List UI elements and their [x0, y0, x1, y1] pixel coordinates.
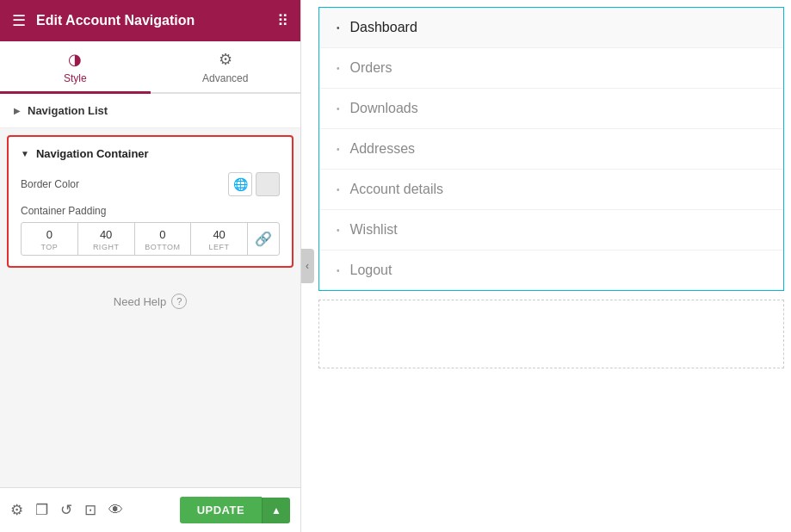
nav-item-orders[interactable]: • Orders [319, 48, 783, 89]
nav-bullet-account-details: • [337, 185, 340, 195]
padding-top-label: TOP [40, 243, 58, 251]
border-color-label: Border Color [21, 178, 79, 190]
padding-top-group: 0 TOP [22, 223, 78, 255]
nav-bullet-downloads: • [337, 104, 340, 114]
nav-item-logout[interactable]: • Logout [319, 251, 783, 290]
padding-label: Container Padding [21, 205, 280, 217]
panel-header: ☰ Edit Account Navigation ⠿ [0, 0, 300, 41]
link-icon[interactable]: 🔗 [248, 231, 279, 247]
tabs-container: ◑ Style ⚙ Advanced [0, 41, 300, 94]
padding-section: Container Padding 0 TOP 40 RIGHT 0 BOTTO… [9, 201, 292, 256]
grid-icon[interactable]: ⠿ [277, 11, 288, 30]
padding-top-input[interactable]: 0 [22, 226, 77, 243]
border-color-row: Border Color 🌐 [9, 167, 292, 201]
hamburger-icon[interactable]: ☰ [12, 11, 26, 30]
color-controls: 🌐 [228, 172, 280, 196]
nav-label-dashboard: Dashboard [350, 20, 417, 35]
bottom-toolbar: ⚙ ❐ ↺ ⊡ 👁 UPDATE ▲ [0, 487, 300, 532]
nav-list-chevron-icon: ▶ [14, 106, 21, 115]
nav-list-section[interactable]: ▶ Navigation List [0, 94, 300, 128]
padding-left-group: 40 LEFT [191, 223, 248, 255]
nav-label-account-details: Account details [350, 182, 444, 197]
color-swatch[interactable] [256, 172, 280, 196]
bottom-dashed-area [318, 300, 784, 368]
help-icon[interactable]: ? [171, 294, 187, 309]
nav-item-dashboard[interactable]: • Dashboard [319, 8, 783, 48]
padding-left-input[interactable]: 40 [191, 226, 247, 243]
advanced-tab-icon: ⚙ [219, 50, 232, 69]
need-help-section: Need Help ? [0, 276, 300, 318]
update-button[interactable]: UPDATE [180, 497, 262, 523]
padding-inputs: 0 TOP 40 RIGHT 0 BOTTOM 40 LEFT [21, 222, 280, 256]
update-arrow-button[interactable]: ▲ [262, 498, 290, 523]
responsive-icon[interactable]: ⊡ [84, 501, 96, 519]
padding-right-label: RIGHT [93, 243, 120, 251]
tab-advanced[interactable]: ⚙ Advanced [151, 41, 301, 92]
preview-icon[interactable]: 👁 [108, 502, 123, 519]
right-panel: ‹ • Dashboard • Orders • Downloads • Add… [301, 0, 791, 532]
nav-item-account-details[interactable]: • Account details [319, 170, 783, 210]
nav-label-downloads: Downloads [350, 101, 418, 116]
tab-style-label: Style [64, 72, 87, 84]
nav-bullet-dashboard: • [337, 23, 340, 33]
nav-container-chevron-icon: ▼ [21, 149, 29, 158]
left-panel: ☰ Edit Account Navigation ⠿ ◑ Style ⚙ Ad… [0, 0, 301, 532]
style-tab-icon: ◑ [68, 50, 82, 69]
nav-bullet-orders: • [337, 64, 340, 73]
padding-bottom-group: 0 BOTTOM [135, 223, 192, 255]
nav-bullet-addresses: • [337, 145, 340, 154]
nav-label-logout: Logout [350, 263, 392, 278]
update-button-wrap: UPDATE ▲ [180, 497, 290, 523]
padding-bottom-label: BOTTOM [145, 243, 180, 251]
tab-advanced-label: Advanced [202, 72, 248, 84]
padding-left-label: LEFT [209, 243, 230, 251]
layers-icon[interactable]: ❐ [35, 501, 48, 519]
need-help-label: Need Help [114, 295, 166, 308]
collapse-handle[interactable]: ‹ [301, 249, 314, 283]
nav-label-orders: Orders [350, 60, 392, 76]
nav-item-addresses[interactable]: • Addresses [319, 129, 783, 170]
settings-icon[interactable]: ⚙ [10, 501, 23, 519]
padding-right-group: 40 RIGHT [78, 223, 135, 255]
panel-body: ▶ Navigation List ▼ Navigation Container… [0, 94, 300, 487]
nav-item-wishlist[interactable]: • Wishlist [319, 210, 783, 251]
nav-container-label: Navigation Container [36, 147, 149, 160]
nav-bullet-logout: • [337, 266, 340, 275]
nav-bullet-wishlist: • [337, 226, 340, 235]
padding-bottom-input[interactable]: 0 [135, 226, 191, 243]
nav-container-header[interactable]: ▼ Navigation Container [9, 137, 292, 167]
globe-button[interactable]: 🌐 [228, 172, 252, 196]
nav-list-label: Navigation List [28, 104, 108, 117]
panel-title: Edit Account Navigation [36, 13, 267, 28]
nav-item-downloads[interactable]: • Downloads [319, 89, 783, 129]
nav-preview: • Dashboard • Orders • Downloads • Addre… [318, 7, 784, 291]
padding-right-input[interactable]: 40 [78, 226, 134, 243]
nav-label-addresses: Addresses [350, 141, 416, 157]
history-icon[interactable]: ↺ [60, 501, 72, 519]
tab-style[interactable]: ◑ Style [0, 41, 151, 94]
nav-container-section: ▼ Navigation Container Border Color 🌐 Co… [7, 135, 294, 268]
nav-label-wishlist: Wishlist [350, 222, 398, 238]
